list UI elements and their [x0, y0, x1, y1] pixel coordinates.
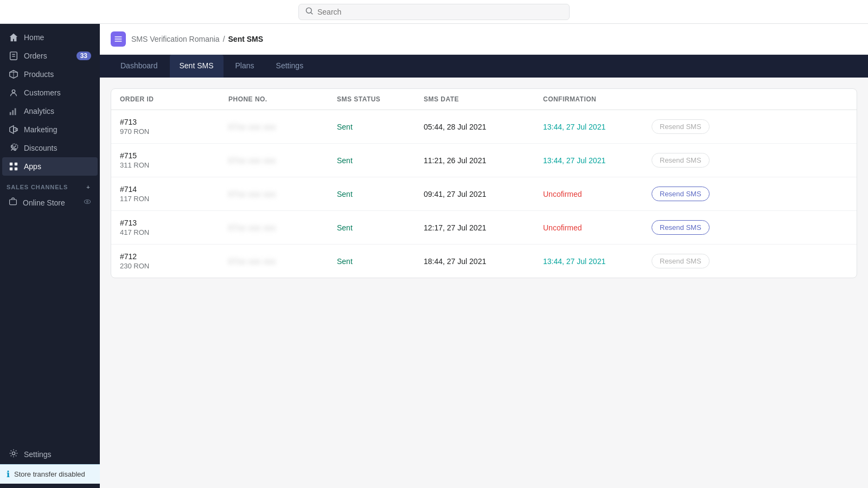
- col-phone-no: PHONE NO.: [228, 95, 337, 103]
- sidebar-item-apps[interactable]: Apps: [2, 157, 98, 176]
- cell-action: Resend SMS: [652, 254, 848, 268]
- table-row: #714 117 RON 07xx xxx xxx Sent 09:41, 27…: [111, 177, 857, 211]
- cell-sms-date: 11:21, 26 Jul 2021: [424, 156, 543, 165]
- sidebar: Home Orders 33 Products Customers: [0, 24, 100, 488]
- breadcrumb-current: Sent SMS: [228, 35, 264, 43]
- resend-sms-button[interactable]: Resend SMS: [652, 187, 710, 201]
- cell-order-id: #715 311 RON: [120, 151, 228, 169]
- cell-confirmation: 13:44, 27 Jul 2021: [543, 123, 652, 131]
- sidebar-item-settings[interactable]: Settings: [2, 444, 98, 464]
- app-header: SMS Verification Romania / Sent SMS: [100, 24, 868, 55]
- svg-rect-18: [10, 163, 12, 165]
- table-row: #713 970 RON 07xx xxx xxx Sent 05:44, 28…: [111, 110, 857, 144]
- cell-sms-date: 18:44, 27 Jul 2021: [424, 257, 543, 266]
- cell-action: Resend SMS: [652, 153, 848, 168]
- online-store-icon: [9, 197, 17, 208]
- cell-phone: 07xx xxx xxx: [228, 122, 337, 132]
- col-confirmation: CONFIRMATION: [543, 95, 652, 103]
- cell-order-id: #712 230 RON: [120, 252, 228, 270]
- table-row: #715 311 RON 07xx xxx xxx Sent 11:21, 26…: [111, 144, 857, 177]
- online-store-visibility-icon[interactable]: [84, 198, 91, 207]
- discounts-icon: [9, 143, 18, 153]
- cell-action: Resend SMS: [652, 187, 848, 201]
- info-icon: ℹ: [7, 469, 10, 479]
- cell-sms-status: Sent: [337, 189, 424, 199]
- tab-bar: Dashboard Sent SMS Plans Settings: [100, 55, 868, 78]
- svg-rect-20: [10, 168, 12, 170]
- sidebar-item-products[interactable]: Products: [2, 65, 98, 84]
- orders-badge: 33: [76, 52, 91, 60]
- svg-point-0: [306, 8, 311, 13]
- resend-sms-button[interactable]: Resend SMS: [652, 153, 710, 168]
- svg-point-23: [84, 200, 90, 204]
- svg-rect-22: [10, 200, 17, 205]
- tab-plans[interactable]: Plans: [226, 55, 264, 78]
- cell-order-id: #714 117 RON: [120, 185, 228, 203]
- tab-sent-sms[interactable]: Sent SMS: [170, 55, 224, 78]
- sidebar-item-marketing[interactable]: Marketing: [2, 120, 98, 139]
- svg-rect-21: [15, 168, 17, 170]
- cell-sms-status: Sent: [337, 122, 424, 132]
- sidebar-item-discounts[interactable]: Discounts: [2, 139, 98, 157]
- sidebar-item-online-store[interactable]: Online Store: [2, 194, 98, 211]
- cell-confirmation: Uncofirmed: [543, 223, 652, 232]
- svg-rect-19: [15, 163, 17, 165]
- cell-phone: 07xx xxx xxx: [228, 156, 337, 165]
- settings-icon: [9, 448, 18, 460]
- breadcrumb: SMS Verification Romania / Sent SMS: [131, 35, 263, 43]
- main-content: SMS Verification Romania / Sent SMS Dash…: [100, 24, 868, 488]
- table-row: #713 417 RON 07xx xxx xxx Sent 12:17, 27…: [111, 211, 857, 245]
- svg-point-8: [12, 90, 15, 93]
- resend-sms-button[interactable]: Resend SMS: [652, 220, 710, 235]
- analytics-icon: [9, 106, 18, 116]
- sent-sms-table: ORDER ID PHONE NO. SMS STATUS SMS DATE C…: [111, 88, 857, 278]
- sidebar-item-orders[interactable]: Orders 33: [2, 47, 98, 65]
- cell-action: Resend SMS: [652, 220, 848, 235]
- col-order-id: ORDER ID: [120, 95, 228, 103]
- svg-rect-2: [10, 52, 17, 60]
- tab-dashboard[interactable]: Dashboard: [111, 55, 168, 78]
- sidebar-item-analytics[interactable]: Analytics: [2, 102, 98, 120]
- resend-sms-button[interactable]: Resend SMS: [652, 254, 710, 268]
- add-sales-channel-button[interactable]: +: [84, 182, 93, 192]
- col-action: [652, 95, 848, 103]
- table-header: ORDER ID PHONE NO. SMS STATUS SMS DATE C…: [111, 89, 857, 110]
- svg-rect-11: [15, 108, 16, 115]
- svg-point-25: [12, 452, 15, 454]
- store-transfer-bar: ℹ Store transfer disabled: [0, 464, 100, 484]
- cell-order-id: #713 970 RON: [120, 118, 228, 136]
- search-bar[interactable]: [298, 4, 570, 20]
- breadcrumb-separator: /: [223, 35, 225, 43]
- cell-confirmation: 13:44, 27 Jul 2021: [543, 156, 652, 165]
- svg-rect-10: [12, 110, 14, 115]
- cell-sms-date: 12:17, 27 Jul 2021: [424, 223, 543, 232]
- tab-settings[interactable]: Settings: [266, 55, 314, 78]
- home-icon: [9, 33, 18, 42]
- cell-action: Resend SMS: [652, 119, 848, 134]
- topbar: [0, 0, 868, 24]
- orders-icon: [9, 51, 18, 61]
- svg-point-24: [87, 201, 88, 203]
- customers-icon: [9, 88, 18, 98]
- table-row: #712 230 RON 07xx xxx xxx Sent 18:44, 27…: [111, 245, 857, 278]
- cell-order-id: #713 417 RON: [120, 219, 228, 236]
- svg-rect-13: [16, 129, 18, 131]
- cell-confirmation: Uncofirmed: [543, 190, 652, 198]
- cell-sms-date: 09:41, 27 Jul 2021: [424, 190, 543, 198]
- products-icon: [9, 69, 18, 79]
- layout: Home Orders 33 Products Customers: [0, 24, 868, 488]
- cell-sms-status: Sent: [337, 223, 424, 233]
- apps-icon: [9, 162, 18, 171]
- cell-sms-status: Sent: [337, 156, 424, 165]
- cell-sms-date: 05:44, 28 Jul 2021: [424, 123, 543, 131]
- marketing-icon: [9, 125, 18, 134]
- search-icon: [305, 7, 313, 17]
- cell-phone: 07xx xxx xxx: [228, 256, 337, 266]
- sidebar-item-customers[interactable]: Customers: [2, 84, 98, 102]
- resend-sms-button[interactable]: Resend SMS: [652, 119, 710, 134]
- cell-phone: 07xx xxx xxx: [228, 189, 337, 199]
- content-area: ORDER ID PHONE NO. SMS STATUS SMS DATE C…: [100, 78, 868, 488]
- sidebar-item-home[interactable]: Home: [2, 28, 98, 47]
- search-input[interactable]: [317, 8, 563, 16]
- svg-line-1: [311, 12, 312, 14]
